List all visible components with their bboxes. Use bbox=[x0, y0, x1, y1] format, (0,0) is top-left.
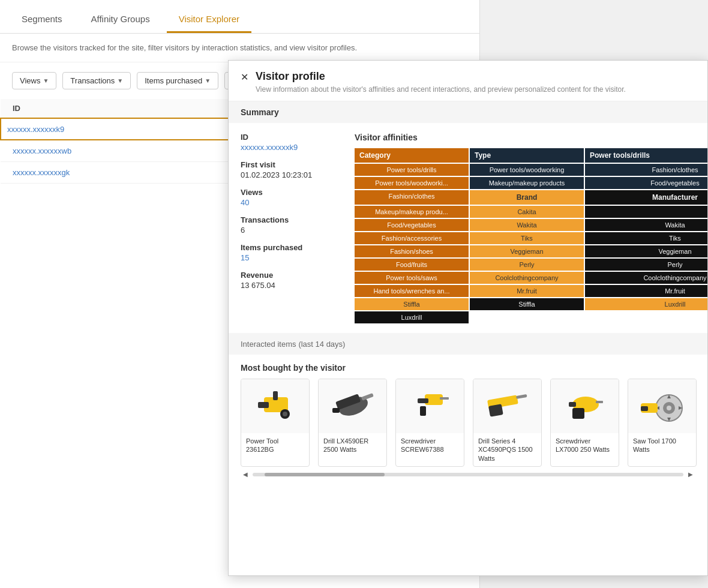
category-col-header: Category bbox=[355, 148, 469, 163]
drill-icon bbox=[326, 385, 380, 427]
affinity-brand: Coolclothingcompany bbox=[470, 272, 584, 284]
affinities-section: Visitor affinities Category Type Power t… bbox=[355, 133, 707, 323]
affinity-manufacturer: Stiffla bbox=[470, 298, 584, 310]
affinity-brand: Veggieman bbox=[470, 245, 584, 257]
product-name: Drill LX4590ER 2500 Watts bbox=[319, 433, 386, 458]
modal-title: Visitor profile bbox=[256, 70, 626, 83]
affinity-brand: Cakita bbox=[470, 206, 584, 218]
affinity-brand: Wakita bbox=[470, 219, 584, 231]
product-image bbox=[628, 379, 697, 433]
items-purchased-label: Items purchased bbox=[241, 243, 337, 252]
affinity-category: Makeup/makeup produ... bbox=[355, 206, 469, 218]
tab-visitor-explorer[interactable]: Visitor Explorer bbox=[167, 7, 251, 33]
svg-rect-18 bbox=[596, 401, 603, 403]
svg-rect-19 bbox=[569, 402, 576, 407]
visitor-info-panel: ID xxxxxx.xxxxxxk9 First visit 01.02.202… bbox=[241, 133, 337, 323]
tab-segments[interactable]: Segments bbox=[10, 7, 74, 33]
id-label: ID bbox=[241, 133, 337, 142]
horizontal-scrollbar[interactable]: ◀ ▶ bbox=[229, 467, 707, 479]
affinity-brand: Tiks bbox=[470, 232, 584, 244]
product-card[interactable]: Drill LX4590ER 2500 Watts bbox=[318, 379, 387, 467]
modal-content: Summary ID xxxxxx.xxxxxxk9 First visit 0… bbox=[229, 101, 707, 479]
product-card[interactable]: Drill Series 4 XC4590PQS 1500 Watts bbox=[473, 379, 542, 467]
svg-rect-4 bbox=[273, 391, 278, 400]
svg-rect-17 bbox=[572, 408, 584, 419]
affinity-manufacturer: Wakita bbox=[585, 219, 707, 231]
affinity-category: Fashion/shoes bbox=[355, 245, 469, 257]
affinity-manufacturer: Perly bbox=[585, 259, 707, 271]
affinity-brand: Perly bbox=[470, 259, 584, 271]
affinity-category: Hand tools/wrenches an... bbox=[355, 285, 469, 297]
power-tool-icon bbox=[252, 385, 300, 427]
product-card[interactable]: Screwdriver SCREW67388 bbox=[395, 379, 464, 467]
affinity-manufacturer: Tiks bbox=[585, 232, 707, 244]
type-col-header: Type bbox=[470, 148, 584, 163]
screwdriver-icon bbox=[407, 385, 455, 427]
product-card[interactable]: Power Tool 23612BG bbox=[241, 379, 310, 467]
summary-section-header: Summary bbox=[229, 101, 707, 123]
product-card[interactable]: Saw Tool 1700 Watts bbox=[628, 379, 697, 467]
brand-col-header: Brand bbox=[470, 190, 584, 205]
affinity-manufacturer: Coolclothingcompany bbox=[585, 272, 707, 284]
views-value: 40 bbox=[241, 198, 337, 207]
screwdriver-lx-icon bbox=[562, 385, 610, 427]
first-visit-label: First visit bbox=[241, 160, 337, 169]
affinity-category: Fashion/clothes bbox=[355, 190, 469, 205]
revenue-value: 13 675.04 bbox=[241, 281, 337, 290]
affinity-category: Fashion/accessories bbox=[355, 232, 469, 244]
product-image bbox=[396, 379, 464, 433]
affinity-type: Fashion/clothes bbox=[585, 164, 707, 176]
product-image bbox=[473, 379, 542, 433]
id-value: xxxxxx.xxxxxxk9 bbox=[241, 143, 337, 152]
affinity-brand: Luxdrill bbox=[585, 298, 707, 310]
items-purchased-value: 15 bbox=[241, 253, 337, 262]
first-visit-value: 01.02.2023 10:23:01 bbox=[241, 170, 337, 179]
product-name: Drill Series 4 XC4590PQS 1500 Watts bbox=[473, 433, 541, 466]
affinity-category: Power tools/woodworki... bbox=[355, 177, 469, 189]
tab-bar: Segments Affinity Groups Visitor Explore… bbox=[0, 0, 479, 34]
product-card[interactable]: Screwdriver LX7000 250 Watts bbox=[550, 379, 619, 467]
affinity-category: Power tools/drills bbox=[355, 164, 469, 176]
filter-transactions[interactable]: Transactions ▼ bbox=[62, 72, 131, 89]
summary-body: ID xxxxxx.xxxxxxk9 First visit 01.02.202… bbox=[229, 123, 707, 333]
product-image bbox=[319, 379, 387, 433]
manufacturer-col-header: Manufacturer bbox=[585, 190, 707, 205]
scroll-right-arrow[interactable]: ▶ bbox=[686, 471, 695, 478]
svg-rect-10 bbox=[418, 398, 428, 403]
tab-affinity-groups[interactable]: Affinity Groups bbox=[79, 7, 162, 33]
affinity-manufacturer: Veggieman bbox=[585, 245, 707, 257]
views-label: Views bbox=[241, 188, 337, 197]
svg-rect-12 bbox=[420, 406, 426, 416]
affinity-type: Food/vegetables bbox=[585, 177, 707, 189]
scroll-left-arrow[interactable]: ◀ bbox=[241, 471, 250, 478]
scrollbar-thumb[interactable] bbox=[265, 473, 385, 476]
product-name: Power Tool 23612BG bbox=[241, 433, 309, 458]
modal-subtitle: View information about the visitor's aff… bbox=[256, 85, 626, 94]
scrollbar-track bbox=[253, 473, 683, 476]
svg-rect-8 bbox=[332, 408, 340, 413]
revenue-label: Revenue bbox=[241, 271, 337, 280]
filter-items-purchased[interactable]: Items purchased ▼ bbox=[137, 72, 218, 89]
svg-rect-14 bbox=[488, 404, 503, 417]
products-row: Power Tool 23612BG Drill LX4590ER 2500 W… bbox=[229, 379, 707, 467]
transactions-value: 6 bbox=[241, 226, 337, 235]
transactions-label: Transactions bbox=[241, 215, 337, 224]
affinity-type: Makeup/makeup products bbox=[470, 177, 584, 189]
svg-point-3 bbox=[283, 412, 287, 416]
page-description: Browse the visitors tracked for the site… bbox=[0, 34, 479, 62]
product-image bbox=[551, 379, 619, 433]
product-name: Saw Tool 1700 Watts bbox=[628, 433, 696, 458]
chevron-down-icon: ▼ bbox=[43, 77, 49, 84]
chevron-down-icon: ▼ bbox=[117, 77, 123, 84]
interacted-section-header: Interacted items (last 14 days) bbox=[229, 333, 707, 355]
svg-rect-15 bbox=[516, 394, 527, 399]
filter-views[interactable]: Views ▼ bbox=[12, 72, 56, 89]
product-image bbox=[241, 379, 310, 433]
product-name: Screwdriver SCREW67388 bbox=[396, 433, 464, 458]
svg-rect-7 bbox=[361, 393, 374, 400]
close-button[interactable]: ✕ bbox=[241, 71, 248, 83]
affinity-brand: Mr.fruit bbox=[470, 285, 584, 297]
modal-header: ✕ Visitor profile View information about… bbox=[229, 61, 707, 101]
affinity-manufacturer: Mr.fruit bbox=[585, 285, 707, 297]
drill-series-icon bbox=[481, 385, 535, 427]
